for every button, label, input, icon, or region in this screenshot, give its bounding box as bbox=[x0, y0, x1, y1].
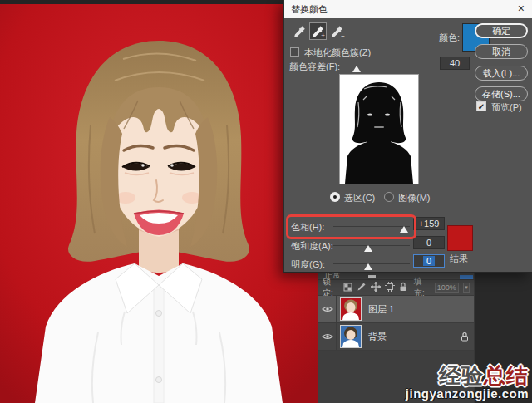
result-color-swatch[interactable] bbox=[447, 225, 473, 251]
saturation-slider-handle[interactable] bbox=[364, 245, 372, 252]
layer-row-background[interactable]: 背景 bbox=[318, 323, 474, 351]
image-radio[interactable] bbox=[384, 192, 394, 202]
hue-slider-handle[interactable] bbox=[400, 226, 408, 233]
replace-color-dialog: 替换颜色 × + − 颜色: 本地化颜色簇(Z) 颜色容差(F): 40 bbox=[283, 0, 532, 273]
cancel-button[interactable]: 取消 bbox=[475, 44, 528, 59]
fuzziness-value[interactable]: 40 bbox=[440, 57, 470, 70]
localized-clusters-label[interactable]: 本地化颜色簇(Z) bbox=[304, 47, 371, 59]
hue-value[interactable]: +159 bbox=[413, 217, 445, 230]
minus-glyph: − bbox=[341, 32, 345, 40]
lightness-value[interactable]: 0 bbox=[413, 254, 445, 268]
localized-clusters-checkbox[interactable] bbox=[290, 47, 299, 57]
highlighted-control-fragment bbox=[460, 275, 473, 279]
load-button[interactable]: 载入(L)... bbox=[475, 66, 528, 81]
saturation-label: 饱和度(A): bbox=[291, 240, 333, 253]
layer1-name[interactable]: 图层 1 bbox=[368, 303, 394, 316]
lightness-label: 明度(G): bbox=[291, 258, 325, 271]
lock-transparency-icon[interactable] bbox=[343, 283, 352, 293]
visibility-eye-icon[interactable] bbox=[318, 323, 337, 350]
portrait-photo bbox=[0, 4, 318, 403]
save-button[interactable]: 存储(S)... bbox=[475, 86, 528, 101]
plus-glyph: + bbox=[321, 32, 325, 39]
lock-pixels-brush-icon[interactable] bbox=[357, 282, 367, 293]
saturation-value[interactable]: 0 bbox=[413, 236, 445, 249]
background-name[interactable]: 背景 bbox=[368, 331, 387, 343]
canvas-top-edge bbox=[0, 0, 318, 4]
visibility-eye-icon[interactable] bbox=[318, 296, 337, 322]
eyedropper-add-button[interactable]: + bbox=[309, 22, 327, 40]
dialog-titlebar[interactable]: 替换颜色 × bbox=[284, 0, 532, 18]
watermark-brand: 经验总结 bbox=[406, 365, 529, 386]
preview-checkbox[interactable]: ✓ bbox=[476, 101, 486, 111]
selection-radio[interactable] bbox=[330, 192, 340, 202]
watermark: 经验总结 jingyanzongjie.com bbox=[406, 365, 529, 400]
eyedropper-subtract-button[interactable]: − bbox=[328, 22, 346, 40]
watermark-brand-gray: 经验 bbox=[439, 363, 484, 388]
image-radio-label[interactable]: 图像(M) bbox=[398, 192, 431, 204]
selection-mask-preview bbox=[339, 74, 419, 184]
fuzziness-slider-handle[interactable] bbox=[352, 66, 361, 72]
fill-dropdown-icon[interactable]: ▾ bbox=[463, 283, 470, 293]
lock-position-move-icon[interactable] bbox=[371, 282, 381, 293]
background-locked-icon bbox=[461, 332, 469, 343]
ok-button[interactable]: 确定 bbox=[475, 23, 528, 38]
layer-lock-row: 锁定: 填充: 100% ▾ bbox=[318, 280, 474, 296]
opacity-control-fragment bbox=[368, 275, 376, 278]
lightness-slider-handle[interactable] bbox=[364, 263, 372, 270]
preview-label[interactable]: 预览(P) bbox=[491, 101, 522, 114]
eyedropper-sample-button[interactable] bbox=[291, 22, 308, 40]
result-label: 结果 bbox=[450, 253, 468, 265]
close-icon[interactable]: × bbox=[518, 2, 525, 15]
blend-mode-row: 正常 bbox=[318, 273, 474, 280]
fill-value[interactable]: 100% bbox=[435, 283, 459, 293]
lock-all-icon[interactable] bbox=[399, 282, 407, 293]
hue-label: 色相(H): bbox=[291, 221, 324, 233]
layer1-thumbnail[interactable] bbox=[340, 297, 362, 321]
hue-slider[interactable] bbox=[333, 226, 410, 227]
document-canvas[interactable] bbox=[0, 0, 318, 403]
watermark-brand-red: 总结 bbox=[484, 363, 529, 388]
background-thumbnail[interactable] bbox=[340, 325, 362, 348]
selection-radio-label[interactable]: 选区(C) bbox=[344, 192, 375, 204]
color-label: 颜色: bbox=[439, 32, 460, 44]
screenshot-stage: 正常 锁定: 填充: 100% ▾ 图层 1 bbox=[0, 0, 532, 403]
layer-row-layer1[interactable]: 图层 1 bbox=[318, 296, 474, 323]
watermark-site: jingyanzongjie.com bbox=[406, 387, 529, 400]
lock-artboard-icon[interactable] bbox=[385, 282, 395, 293]
dialog-title: 替换颜色 bbox=[291, 3, 328, 16]
fuzziness-label: 颜色容差(F): bbox=[289, 61, 340, 73]
